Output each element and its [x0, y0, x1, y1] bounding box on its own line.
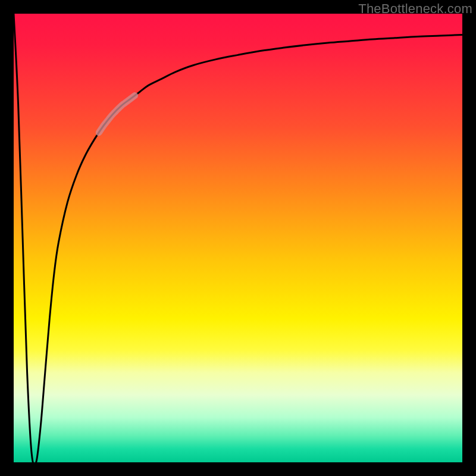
bottleneck-curve — [14, 14, 462, 465]
chart-frame: TheBottleneck.com — [0, 0, 476, 476]
chart-curve-layer — [14, 14, 462, 462]
watermark-text: TheBottleneck.com — [358, 1, 472, 17]
chart-plot-area — [14, 14, 462, 462]
bottleneck-curve-highlight — [99, 96, 134, 133]
